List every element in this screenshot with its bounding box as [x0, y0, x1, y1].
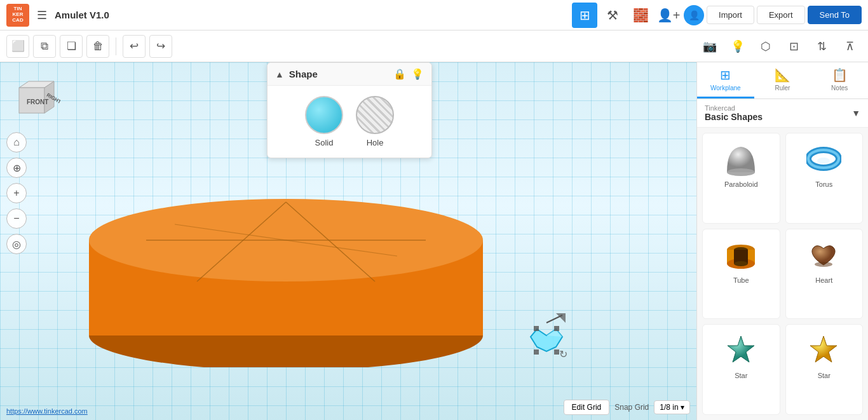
heart-label: Heart: [815, 276, 832, 284]
view-toolbar-right: 📷 💡 ⬡ ⊡ ⇅ ⊼: [698, 34, 862, 58]
svg-rect-18: [534, 326, 539, 331]
paraboloid-label: Paraboloid: [724, 180, 758, 188]
library-header: Tinkercad Basic Shapes ▼: [697, 99, 868, 128]
hamburger-icon[interactable]: ☰: [37, 8, 47, 22]
delete-button[interactable]: 🗑: [86, 35, 109, 58]
solid-option[interactable]: Solid: [305, 96, 343, 147]
svg-rect-16: [534, 349, 539, 355]
svg-point-25: [817, 158, 830, 164]
library-source: Tinkercad: [705, 104, 763, 112]
grid-view-button[interactable]: ⊞: [572, 3, 597, 28]
home-view-button[interactable]: ⌂: [6, 132, 27, 152]
torus-thumbnail: [805, 140, 843, 178]
duplicate-button[interactable]: ❏: [60, 35, 83, 58]
orientation-cube[interactable]: FRONT RIGHT: [13, 75, 60, 123]
shape-card-tube[interactable]: Tube: [702, 229, 780, 320]
edit-toolbar: ⬜ ⧉ ❏ 🗑 ↩ ↪ 📷 💡 ⬡ ⊡ ⇅ ⊼: [0, 30, 868, 62]
import-button[interactable]: Import: [707, 6, 754, 24]
transform-handle[interactable]: ↻: [521, 310, 572, 361]
export-button[interactable]: Export: [757, 6, 805, 24]
shape-panel-lock-button[interactable]: 🔒: [393, 68, 406, 80]
snap-value-button[interactable]: 1/8 in ▾: [654, 400, 690, 414]
user-avatar[interactable]: 👤: [684, 5, 704, 25]
tab-notes[interactable]: 📋 Notes: [811, 62, 868, 98]
3d-object-disc[interactable]: [83, 164, 489, 342]
shape-panel-header: ▲ Shape 🔒 💡: [268, 63, 431, 86]
svg-text:FRONT: FRONT: [27, 98, 48, 105]
copy-button[interactable]: ⧉: [33, 35, 56, 58]
star-teal-label: Star: [735, 372, 747, 379]
orbit-button[interactable]: ⊕: [6, 158, 27, 178]
flip-button[interactable]: ⇅: [810, 34, 834, 58]
shape-card-star-gold[interactable]: Star: [785, 324, 864, 415]
shape-grid: Paraboloid: [697, 128, 868, 420]
light-button[interactable]: 💡: [726, 34, 750, 58]
solid-label: Solid: [315, 138, 334, 147]
tab-workplane[interactable]: ⊞ Workplane: [697, 62, 754, 98]
main-area: FRONT RIGHT ⌂ ⊕ + − ◎: [0, 62, 868, 420]
shape-panel-light-button[interactable]: 💡: [411, 68, 424, 80]
shape-tool-button[interactable]: ⬡: [754, 34, 778, 58]
zoom-in-button[interactable]: +: [6, 183, 27, 203]
align-button[interactable]: ⊡: [782, 34, 806, 58]
shape-panel-collapse-button[interactable]: ▲: [275, 69, 284, 79]
shape-card-torus[interactable]: Torus: [785, 133, 864, 224]
tube-label: Tube: [733, 276, 749, 284]
svg-point-22: [727, 168, 755, 176]
zoom-out-button[interactable]: −: [6, 208, 27, 229]
logo[interactable]: TINKERCAD: [6, 4, 29, 27]
view-controls: ⌂ ⊕ + − ◎: [6, 132, 27, 254]
blocks-button[interactable]: 🧱: [628, 3, 653, 28]
new-shape-button[interactable]: ⬜: [6, 35, 29, 58]
shape-card-heart[interactable]: Heart: [785, 229, 864, 320]
solid-circle-preview: [305, 96, 343, 134]
shape-panel: ▲ Shape 🔒 💡 Solid Hole: [267, 62, 432, 158]
redo-button[interactable]: ↪: [149, 35, 172, 58]
right-sidebar: ⊞ Workplane 📐 Ruler 📋 Notes Tinkercad Ba…: [696, 62, 868, 420]
hole-circle-preview: [356, 96, 394, 134]
tab-notes-label: Notes: [831, 85, 848, 91]
snap-grid-label: Snap Grid: [614, 403, 649, 412]
svg-marker-34: [810, 336, 837, 362]
url-bar: https://www.tinkercad.com: [6, 407, 88, 415]
bottom-controls: Edit Grid Snap Grid 1/8 in ▾: [564, 400, 690, 415]
notes-icon: 📋: [832, 67, 848, 83]
undo-button[interactable]: ↩: [123, 35, 146, 58]
tube-thumbnail: [722, 236, 760, 274]
shape-card-paraboloid[interactable]: Paraboloid: [702, 133, 780, 224]
svg-point-32: [815, 262, 832, 267]
svg-rect-19: [554, 326, 559, 331]
camera-button[interactable]: 📷: [698, 34, 722, 58]
send-to-button[interactable]: Send To: [808, 6, 862, 24]
library-info: Tinkercad Basic Shapes: [705, 104, 763, 122]
tab-ruler[interactable]: 📐 Ruler: [754, 62, 811, 98]
fit-view-button[interactable]: ◎: [6, 234, 27, 254]
svg-line-13: [546, 315, 562, 323]
star-teal-thumbnail: [722, 331, 760, 369]
topbar-right: ⊞ ⚒ 🧱 👤+ 👤 Import Export Send To: [572, 3, 862, 28]
shape-panel-body: Solid Hole: [268, 86, 431, 158]
svg-marker-33: [728, 336, 754, 362]
hole-option[interactable]: Hole: [356, 96, 394, 147]
library-name: Basic Shapes: [705, 112, 763, 122]
shape-panel-title: Shape: [289, 69, 388, 79]
mirror-button[interactable]: ⊼: [837, 34, 862, 58]
star-gold-thumbnail: [805, 331, 843, 369]
canvas-area[interactable]: FRONT RIGHT ⌂ ⊕ + − ◎: [0, 62, 696, 420]
ruler-icon: 📐: [775, 67, 790, 83]
build-button[interactable]: ⚒: [600, 3, 625, 28]
shape-card-star-teal[interactable]: Star: [702, 324, 780, 415]
edit-grid-button[interactable]: Edit Grid: [564, 400, 610, 415]
svg-point-31: [734, 261, 748, 266]
top-bar: TINKERCAD ☰ Amulet V1.0 ⊞ ⚒ 🧱 👤+ 👤 Impor…: [0, 0, 868, 30]
tab-ruler-label: Ruler: [775, 85, 790, 91]
heart-thumbnail: [805, 236, 843, 274]
star-gold-label: Star: [818, 372, 831, 379]
sidebar-tabs: ⊞ Workplane 📐 Ruler 📋 Notes: [697, 62, 868, 99]
paraboloid-thumbnail: [722, 140, 760, 178]
torus-label: Torus: [815, 180, 832, 188]
toolbar-separator: [116, 37, 116, 55]
add-user-button[interactable]: 👤+: [656, 3, 681, 28]
library-dropdown-button[interactable]: ▼: [851, 108, 860, 118]
tab-workplane-label: Workplane: [710, 85, 741, 91]
